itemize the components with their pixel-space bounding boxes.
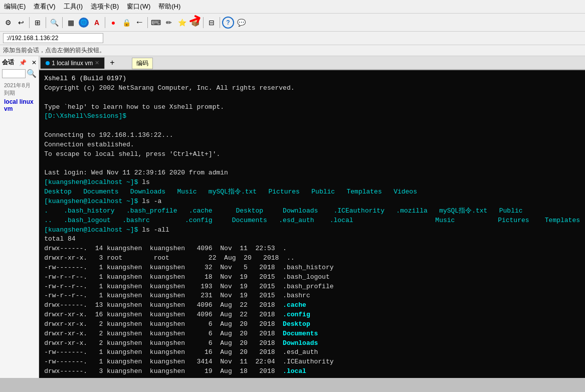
tab-add-button[interactable]: + [106, 56, 118, 69]
toolbar-btn-chat[interactable]: 💬 [235, 17, 247, 29]
terminal-line-2: Copyright (c) 2002 NetSarang Computer, I… [44, 84, 294, 92]
tab-close-icon[interactable]: ✕ [95, 60, 99, 66]
toolbar-btn-edit[interactable]: ✏ [163, 17, 175, 29]
terminal-cmd-lsall: ls -all [138, 226, 169, 234]
toolbar-sep-3 [62, 17, 63, 28]
toolbar-btn-1[interactable]: ⚙ [2, 17, 14, 29]
toolbar-btn-2[interactable]: ↩ [15, 17, 27, 29]
search-icon[interactable]: 🔍 [27, 69, 37, 78]
address-input[interactable] [3, 33, 103, 43]
sidebar-title: 会话 [2, 58, 14, 67]
menu-help[interactable]: 帮助(H) [156, 1, 182, 12]
toolbar-btn-magnify[interactable]: 🔍 [48, 17, 60, 29]
sidebar-pin-icon[interactable]: 📌 [19, 59, 27, 66]
main-area: 会话 📌 ✕ 🔍 2021年8月到期 local linux vm 1 loca… [0, 56, 585, 378]
terminal-line-1: Xshell 6 (Build 0197) [44, 75, 126, 82]
toolbar-sep-5 [147, 17, 148, 28]
terminal-line-7: To escape to local shell, press 'Ctrl+Al… [44, 150, 220, 158]
toolbar-btn-keyboard[interactable]: ⌨ [150, 17, 162, 29]
terminal-row-local-name: .local [283, 367, 306, 375]
menu-window[interactable]: 窗口(W) [125, 1, 152, 12]
terminal-row-downloads-name: Downloads [283, 339, 318, 347]
terminal-row-downloads-prefix: drwxr-xr-x. 2 kuangshen kuangshen 6 Aug … [44, 339, 283, 347]
toolbar-btn-3[interactable]: ⊞ [32, 17, 44, 29]
terminal-row-bash_profile: -rw-r--r--. 1 kuangshen kuangshen 193 No… [44, 283, 333, 290]
terminal-row-bashrc: -rw-r--r--. 1 kuangshen kuangshen 231 No… [44, 292, 310, 299]
sidebar-search-bar: 🔍 [2, 69, 37, 78]
toolbar-globe[interactable]: 🌐 [78, 17, 90, 29]
terminal-lsa-row2: .. .bash_logout .bashrc .config Document… [44, 217, 580, 224]
terminal-prompt-lsa: [kuangshen@localhost ~]$ [44, 198, 138, 205]
right-panel: 1 local linux vm ✕ + Xshell 6 (Build 019… [39, 56, 585, 378]
terminal-line-6: Connection established. [44, 141, 134, 148]
encode-tooltip: 编码 [132, 58, 153, 69]
terminal-lsa-row1: . .bash_history .bash_profile .cache Des… [44, 207, 522, 215]
terminal-line-8: Last login: Wed Nov 11 22:39:16 2020 fro… [44, 169, 228, 176]
toolbar: ⚙ ↩ ⊞ 🔍 ▦ 🌐 A ● 🔒 ← ⌨ ✏ ⭐ 📦 ⊟ ? 💬 ➜ 编码 [0, 14, 585, 32]
toolbar-btn-green[interactable]: 🔒 [120, 17, 132, 29]
toolbar-sep-6 [203, 17, 204, 28]
sidebar-item-local-linux[interactable]: local linux vm [2, 97, 37, 113]
terminal-prompt-lsall: [kuangshen@localhost ~]$ [44, 226, 138, 234]
terminal[interactable]: Xshell 6 (Build 0197) Copyright (c) 2002… [39, 70, 585, 378]
terminal-row-desktop-name: Desktop [283, 320, 310, 328]
infobar-text: 添加当前会话，点击左侧的箭头按钮。 [3, 47, 105, 54]
sidebar-header: 会话 📌 ✕ [2, 58, 37, 67]
terminal-total: total 84 [44, 235, 75, 243]
toolbar-btn-font[interactable]: A [91, 17, 103, 29]
terminal-row-dotdot: drwxr-xr-x. 3 root root 22 Aug 20 2018 .… [44, 254, 294, 262]
infobar: 添加当前会话，点击左侧的箭头按钮。 [0, 45, 585, 56]
tab-local-linux-vm[interactable]: 1 local linux vm ✕ [40, 57, 105, 69]
toolbar-btn-red[interactable]: ● [107, 17, 119, 29]
terminal-row-documents-name: Documents [283, 330, 318, 337]
terminal-row-config-name: .config [283, 311, 310, 318]
terminal-row-cache-name: .cache [283, 301, 306, 309]
sidebar-search-input[interactable] [2, 69, 26, 78]
terminal-prompt-ls: [kuangshen@localhost ~]$ [44, 178, 138, 186]
tabbar: 1 local linux vm ✕ + [39, 56, 585, 70]
tab-dot-icon [46, 61, 50, 65]
terminal-row-ICEauth: -rw-------. 1 kuangshen kuangshen 3414 N… [44, 358, 333, 365]
terminal-row-desktop-prefix: drwxr-xr-x. 2 kuangshen kuangshen 6 Aug … [44, 320, 283, 328]
toolbar-btn-grid[interactable]: ▦ [65, 17, 77, 29]
terminal-line-5: Connecting to 192.168.1.136:22... [44, 131, 173, 139]
menu-edit[interactable]: 编辑(E) [2, 1, 28, 12]
toolbar-btn-help[interactable]: ? [222, 17, 234, 29]
sidebar-year: 2021年8月到期 [2, 81, 37, 97]
toolbar-btn-split[interactable]: ⊟ [206, 17, 218, 29]
toolbar-btn-box[interactable]: 📦 [189, 17, 201, 29]
tab-label: 1 local linux vm [52, 60, 93, 67]
terminal-row-config-prefix: drwxr-xr-x. 16 kuangshen kuangshen 4096 … [44, 311, 283, 318]
toolbar-btn-arrow[interactable]: ← [133, 17, 145, 29]
terminal-row-bash_history: -rw-------. 1 kuangshen kuangshen 32 Nov… [44, 264, 333, 271]
sidebar: 会话 📌 ✕ 🔍 2021年8月到期 local linux vm [0, 56, 39, 378]
toolbar-sep-7 [220, 17, 220, 28]
terminal-row-documents-prefix: drwxr-xr-x. 2 kuangshen kuangshen 6 Aug … [44, 330, 283, 337]
terminal-row-esd_auth: -rw-------. 1 kuangshen kuangshen 16 Aug… [44, 348, 318, 356]
menu-tools[interactable]: 工具(I) [62, 1, 85, 12]
toolbar-sep-2 [46, 17, 46, 28]
sidebar-close-icon[interactable]: ✕ [32, 59, 37, 66]
terminal-line-3: Type `help' to learn how to use Xshell p… [44, 103, 224, 111]
terminal-cmd-lsa: ls -a [138, 198, 161, 205]
terminal-row-bash_logout: -rw-r--r--. 1 kuangshen kuangshen 18 Nov… [44, 273, 330, 281]
menu-view[interactable]: 查看(V) [32, 1, 57, 12]
toolbar-btn-star[interactable]: ⭐ [176, 17, 188, 29]
terminal-ls-output: Desktop Documents Downloads Music mySQL指… [44, 188, 417, 195]
terminal-cmd-ls: ls [138, 178, 149, 186]
terminal-line-4: [D:\Xshell\Sessions]$ [44, 112, 126, 120]
menu-tabs[interactable]: 选项卡(B) [89, 1, 121, 12]
terminal-row-cache-prefix: drwx------. 13 kuangshen kuangshen 4096 … [44, 301, 283, 309]
toolbar-sep-1 [29, 17, 30, 28]
terminal-row-local-prefix: drwx------. 3 kuangshen kuangshen 19 Aug… [44, 367, 283, 375]
toolbar-sep-4 [105, 17, 105, 28]
terminal-row-dot: drwx------. 14 kuangshen kuangshen 4096 … [44, 245, 287, 252]
addressbar [0, 32, 585, 45]
menubar: 编辑(E) 查看(V) 工具(I) 选项卡(B) 窗口(W) 帮助(H) [0, 0, 585, 14]
